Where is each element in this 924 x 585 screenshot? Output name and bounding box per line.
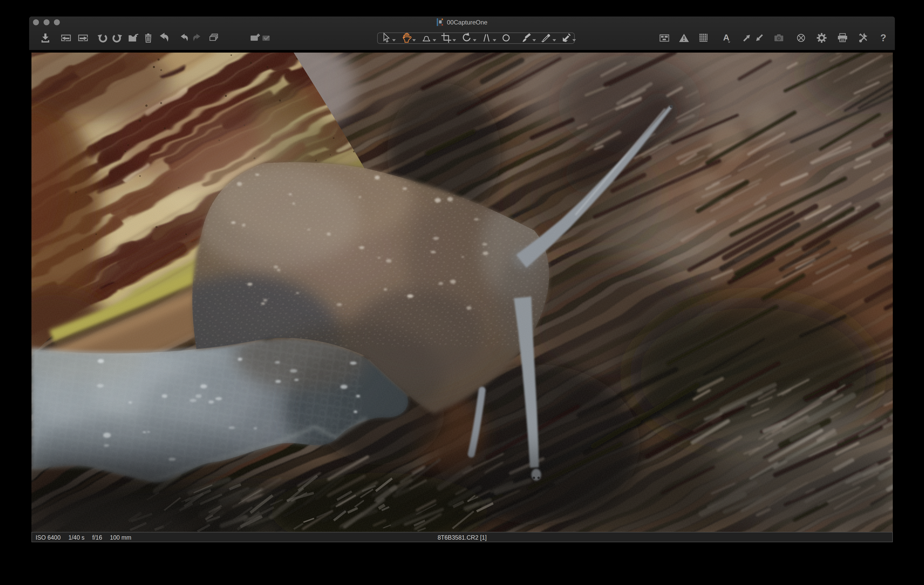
- svg-text:A: A: [723, 33, 729, 42]
- svg-text:?: ?: [880, 33, 886, 43]
